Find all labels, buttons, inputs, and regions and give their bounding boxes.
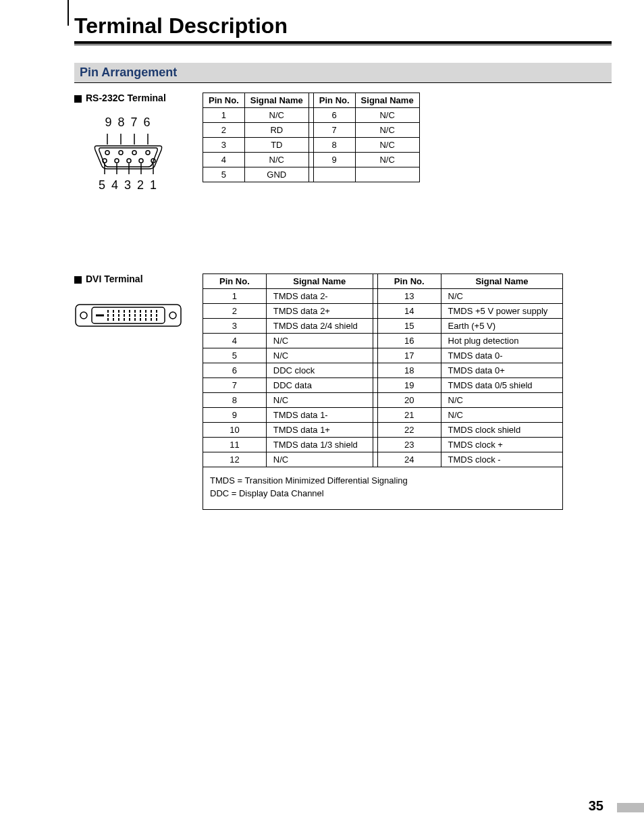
cell-pin: 1 [203, 289, 267, 304]
cell-pin: 4 [203, 334, 267, 348]
cell-signal: N/C [441, 408, 563, 423]
cell-signal: N/C [355, 138, 419, 153]
cell-pin: 9 [203, 408, 267, 423]
cell-pin: 21 [377, 408, 441, 423]
table-row: 1N/C6N/C [203, 108, 420, 123]
svg-point-6 [132, 151, 136, 155]
cell-pin: 7 [313, 123, 355, 138]
th-pin: Pin No. [203, 93, 245, 108]
table-gap [308, 123, 313, 138]
rs232-bottom-pins: 5 4 3 2 1 [74, 178, 182, 192]
table-row: 4N/C16Hot plug detection [203, 334, 563, 348]
cell-pin: 13 [377, 289, 441, 304]
th-pin: Pin No. [377, 274, 441, 289]
table-header-row: Pin No. Signal Name Pin No. Signal Name [203, 274, 563, 289]
cell-pin: 23 [377, 438, 441, 452]
table-row: 3TD8N/C [203, 138, 420, 153]
svg-point-5 [119, 151, 123, 155]
cell-pin: 5 [203, 348, 267, 363]
table-gap [373, 423, 377, 438]
dvi-connector-icon [74, 301, 182, 330]
table-row: 6DDC clock18TMDS data 0+ [203, 363, 563, 378]
cell-signal: TMDS data 2+ [266, 304, 373, 319]
table-row: 1TMDS data 2-13N/C [203, 289, 563, 304]
cell-pin: 24 [377, 452, 441, 467]
table-row: 5GND [203, 167, 420, 182]
cell-signal: N/C [441, 393, 563, 408]
cell-signal: N/C [355, 123, 419, 138]
table-row: 2TMDS data 2+14TMDS +5 V power supply [203, 304, 563, 319]
cell-pin [313, 167, 355, 182]
cell-pin: 4 [203, 153, 245, 167]
cell-signal: TMDS data 0- [441, 348, 563, 363]
rs232-heading: RS-232C Terminal [74, 93, 182, 103]
cell-signal: N/C [244, 153, 308, 167]
square-bullet-icon [74, 276, 82, 284]
cell-pin: 19 [377, 378, 441, 393]
cell-pin: 11 [203, 438, 267, 452]
cell-pin: 9 [313, 153, 355, 167]
cell-pin: 10 [203, 423, 267, 438]
table-gap [373, 378, 377, 393]
cell-signal: TMDS data 2/4 shield [266, 319, 373, 334]
cell-signal: N/C [266, 334, 373, 348]
cell-signal: GND [244, 167, 308, 182]
th-pin: Pin No. [313, 93, 355, 108]
table-gap [373, 408, 377, 423]
cell-signal: N/C [441, 289, 563, 304]
cell-pin: 6 [313, 108, 355, 123]
cell-signal: N/C [355, 153, 419, 167]
table-gap [373, 438, 377, 452]
note-tmds: TMDS = Transition Minimized Differential… [210, 475, 556, 486]
table-gap [308, 167, 313, 182]
cell-pin: 6 [203, 363, 267, 378]
db9-connector-icon [91, 134, 165, 174]
cell-pin: 8 [313, 138, 355, 153]
table-gap [308, 93, 313, 108]
table-gap [373, 274, 377, 289]
table-row: 8N/C20N/C [203, 393, 563, 408]
dvi-heading-text: DVI Terminal [86, 273, 143, 284]
dvi-heading: DVI Terminal [74, 273, 182, 284]
svg-point-19 [80, 312, 87, 319]
cell-signal: DDC clock [266, 363, 373, 378]
cell-signal: TMDS data 1- [266, 408, 373, 423]
cell-signal: TMDS data 0/5 shield [441, 378, 563, 393]
table-row: 12N/C24TMDS clock - [203, 452, 563, 467]
square-bullet-icon [74, 95, 82, 103]
th-signal: Signal Name [355, 93, 419, 108]
cell-signal: TMDS data 0+ [441, 363, 563, 378]
table-row: 5N/C17TMDS data 0- [203, 348, 563, 363]
table-gap [373, 289, 377, 304]
cell-signal: N/C [355, 108, 419, 123]
table-row: 10TMDS data 1+22TMDS clock shield [203, 423, 563, 438]
cell-signal: RD [244, 123, 308, 138]
table-gap [373, 363, 377, 378]
table-gap [373, 348, 377, 363]
svg-point-11 [139, 159, 143, 163]
page-title: Terminal Description [74, 14, 612, 38]
table-header-row: Pin No. Signal Name Pin No. Signal Name [203, 93, 420, 108]
dvi-pin-table: Pin No. Signal Name Pin No. Signal Name … [203, 273, 563, 467]
cell-pin: 2 [203, 304, 267, 319]
cell-signal: TMDS data 1/3 shield [266, 438, 373, 452]
th-signal: Signal Name [244, 93, 308, 108]
table-gap [373, 452, 377, 467]
cell-pin: 15 [377, 319, 441, 334]
cell-pin: 1 [203, 108, 245, 123]
cell-signal: N/C [244, 108, 308, 123]
cell-pin: 3 [203, 138, 245, 153]
cell-signal: TMDS +5 V power supply [441, 304, 563, 319]
table-gap [373, 334, 377, 348]
table-gap [308, 153, 313, 167]
cell-signal: Earth (+5 V) [441, 319, 563, 334]
svg-point-20 [169, 312, 176, 319]
cell-pin: 8 [203, 393, 267, 408]
page-tab-icon [617, 803, 644, 812]
svg-point-10 [127, 159, 131, 163]
note-ddc: DDC = Display Data Channel [210, 488, 556, 498]
table-row: 3TMDS data 2/4 shield15Earth (+5 V) [203, 319, 563, 334]
cell-pin: 3 [203, 319, 267, 334]
cell-pin: 2 [203, 123, 245, 138]
cell-signal: N/C [266, 452, 373, 467]
